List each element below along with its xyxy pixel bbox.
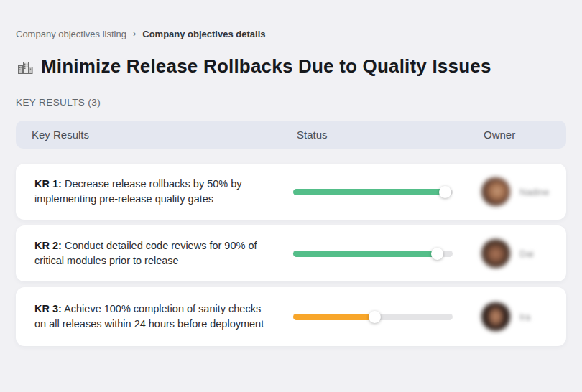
table-header: Key Results Status Owner [16,121,566,149]
column-header-owner: Owner [467,129,566,141]
column-header-key-results: Key Results [16,129,293,141]
progress-slider[interactable] [293,186,453,198]
avatar [481,239,510,268]
breadcrumb-current-objectives-details: Company objectives details [142,29,265,39]
status-cell [293,186,467,198]
chevron-right-icon: › [133,29,136,38]
progress-thumb[interactable] [369,311,381,323]
kr-description-cell: KR 2: Conduct detailed code reviews for … [16,230,293,277]
column-header-status: Status [293,129,467,141]
key-results-count-label: KEY RESULTS (3) [16,97,566,108]
key-result-row-3[interactable]: KR 3: Achieve 100% completion of sanity … [16,287,566,346]
key-result-row-1[interactable]: KR 1: Decrease release rollbacks by 50% … [16,164,566,220]
page-title: Minimize Release Rollbacks Due to Qualit… [41,55,491,78]
key-result-row-2[interactable]: KR 2: Conduct detailed code reviews for … [16,225,566,281]
owner-name: Ira [519,312,530,322]
objective-details-page: Company objectives listing › Company obj… [0,0,582,392]
kr-description: Conduct detailed code reviews for 90% of… [34,240,257,266]
owner-name: Dai [519,248,534,259]
kr-description-cell: KR 1: Decrease release rollbacks by 50% … [16,168,293,215]
kr-label: KR 1: [34,178,62,190]
progress-fill [293,251,437,257]
owner-cell: Ira [467,302,566,331]
owner-cell: Nadine [467,177,566,206]
progress-thumb[interactable] [439,186,451,198]
progress-fill [293,314,374,320]
progress-slider[interactable] [293,248,453,260]
progress-fill [293,189,445,195]
title-row: Minimize Release Rollbacks Due to Qualit… [16,55,566,78]
status-cell [293,248,467,260]
key-results-list: KR 1: Decrease release rollbacks by 50% … [16,164,566,346]
progress-thumb[interactable] [431,248,443,260]
kr-description: Decrease release rollbacks by 50% by imp… [34,178,242,205]
breadcrumb-link-objectives-listing[interactable]: Company objectives listing [16,29,126,39]
kr-description-cell: KR 3: Achieve 100% completion of sanity … [16,293,293,340]
owner-name: Nadine [519,187,549,197]
breadcrumb: Company objectives listing › Company obj… [16,29,566,39]
kr-label: KR 2: [34,240,62,251]
avatar [481,177,510,206]
kr-description: Achieve 100% completion of sanity checks… [34,303,264,330]
kr-label: KR 3: [34,303,62,314]
status-cell [293,311,467,323]
progress-slider[interactable] [293,311,453,323]
owner-cell: Dai [467,239,566,268]
cityscape-icon [16,57,34,76]
avatar [481,302,510,331]
